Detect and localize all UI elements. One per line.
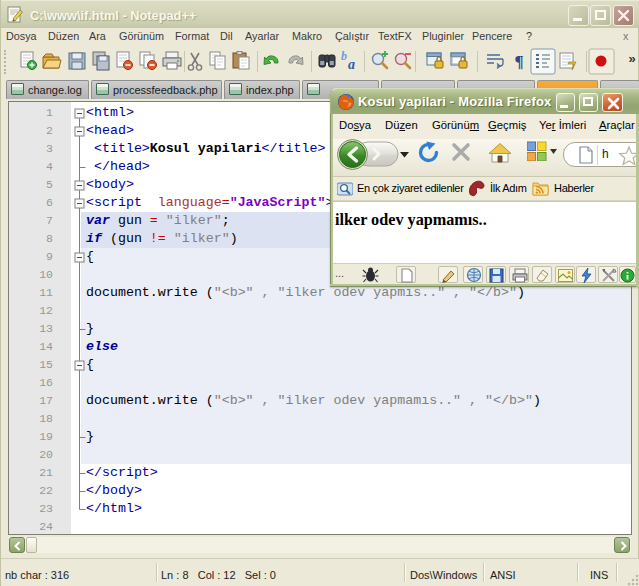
svg-text:¶: ¶ [514, 52, 523, 71]
svg-text:»: » [628, 51, 635, 66]
svg-text:a: a [348, 57, 355, 72]
svg-text:b: b [341, 49, 347, 63]
